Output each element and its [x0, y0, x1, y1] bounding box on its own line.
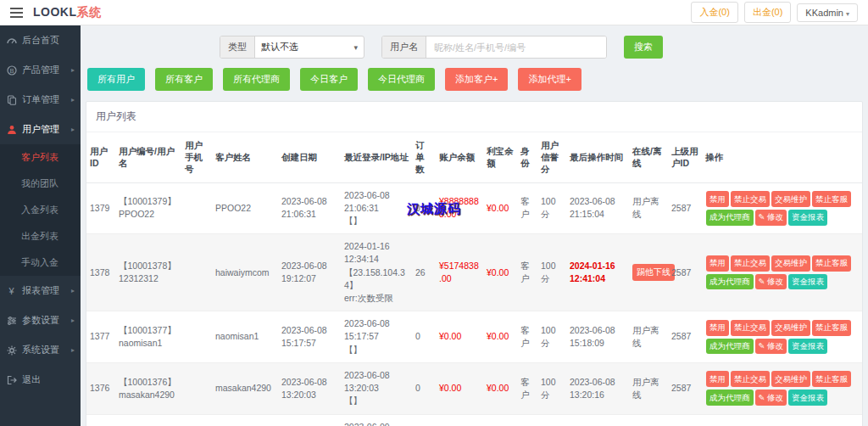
search-button[interactable]: 搜索 [624, 36, 663, 59]
make-agent-button[interactable]: 成为代理商 [706, 274, 754, 290]
forbid-trade-button[interactable]: 禁止交易 [731, 255, 770, 272]
make-agent-button[interactable]: 成为代理商 [706, 210, 754, 226]
sidebar-item-dashboard[interactable]: 后台首页 [0, 25, 81, 55]
cell-phone [181, 414, 212, 426]
cell-code-username: 【10001379】PPOO22 [115, 182, 181, 234]
balance-amount: ¥0.00 [439, 331, 461, 341]
menu-toggle-icon[interactable] [10, 8, 23, 18]
cell-identity: 客户 [517, 414, 537, 426]
sidebar-item-deposit-list[interactable]: 入金列表 [0, 197, 81, 223]
user-name: 12312312 [119, 272, 178, 285]
type-select[interactable]: 默认不选 ▾ [255, 36, 364, 58]
user-code: 【10001378】 [119, 260, 178, 272]
cell-balance: ¥5174838.00 [436, 234, 483, 311]
funds-report-button[interactable]: 资金报表 [788, 274, 827, 290]
disable-button[interactable]: 禁用 [706, 371, 729, 387]
deposit-button[interactable]: 入金(0) [691, 2, 737, 23]
cell-created-date: 2023-06-08 15:17:57 [278, 311, 341, 363]
sidebar-item-orders[interactable]: 订单管理 ▸ [0, 85, 81, 115]
today-agents-button[interactable]: 今日代理商 [368, 68, 435, 91]
disable-button[interactable]: 禁用 [706, 191, 729, 207]
column-header: 上级用户ID [668, 132, 702, 182]
cell-customer-name: Flcty [212, 414, 278, 426]
cell-customer-name: PPOO22 [212, 182, 278, 234]
balance-amount: ¥88888888.00 [439, 196, 479, 219]
cell-parent-id: 2587 [668, 234, 702, 311]
funds-report-button[interactable]: 资金报表 [788, 210, 827, 226]
cell-credit-score: 100分 [537, 311, 566, 363]
table-header-row: 用户ID用户编号/用户名用户手机号客户姓名创建日期最近登录/IP地址订单数账户余… [86, 132, 862, 182]
cell-online-status: 踢他下线 [629, 234, 668, 311]
make-agent-button[interactable]: 成为代理商 [706, 390, 754, 406]
today-customers-button[interactable]: 今日客户 [300, 68, 358, 91]
edit-button[interactable]: ✎ 修改 [755, 274, 787, 290]
cell-created-date: 2023-06-08 13:17:36 [278, 414, 341, 426]
submenu-arrow-icon: ▸ [71, 126, 75, 133]
login-time: 2024-01-16 12:34:14 [344, 240, 409, 266]
cell-phone [181, 311, 212, 363]
cell-balance: ¥88888888.00 [436, 182, 483, 234]
sidebar-item-my-team[interactable]: 我的团队 [0, 171, 81, 197]
sidebar-item-reports[interactable]: ¥ 报表管理 ▸ [0, 276, 81, 305]
action-label: 成为代理商 [709, 393, 750, 402]
submenu-arrow-icon: ▸ [71, 317, 75, 324]
sidebar-item-withdraw-list[interactable]: 出金列表 [0, 223, 81, 249]
make-agent-button[interactable]: 成为代理商 [706, 339, 754, 355]
action-label: 资金报表 [792, 341, 824, 350]
cell-phone [181, 362, 212, 414]
all-agents-button[interactable]: 所有代理商 [223, 68, 290, 91]
admin-dropdown[interactable]: KKadmin▾ [797, 3, 858, 22]
edit-button[interactable]: ✎ 修改 [755, 390, 787, 406]
sliders-icon [6, 315, 17, 326]
sidebar-item-customer-list[interactable]: 客户列表 [0, 144, 81, 171]
forbid-trade-button[interactable]: 禁止交易 [731, 320, 770, 336]
all-users-button[interactable]: 所有用户 [87, 68, 145, 91]
type-label: 类型 [220, 36, 255, 58]
sidebar-item-manual-deposit[interactable]: 手动入金 [0, 249, 81, 276]
column-header: 用户信誉分 [537, 132, 566, 182]
cell-actions: 禁用禁止交易交易维护禁止客服成为代理商✎ 修改资金报表 [702, 362, 862, 414]
forbid-trade-button[interactable]: 禁止交易 [731, 191, 770, 207]
trade-maintenance-button[interactable]: 交易维护 [771, 191, 810, 207]
sidebar-item-logout[interactable]: 退出 [0, 365, 81, 395]
withdraw-button[interactable]: 出金(0) [744, 2, 791, 23]
cell-user-id: 1377 [86, 311, 115, 363]
forbid-service-button[interactable]: 禁止客服 [812, 371, 851, 387]
cell-identity: 客户 [517, 234, 537, 311]
cell-phone [181, 234, 212, 311]
disable-button[interactable]: 禁用 [706, 255, 729, 272]
forbid-service-button[interactable]: 禁止客服 [812, 320, 851, 336]
add-customer-button[interactable]: 添加客户+ [445, 68, 508, 91]
edit-button[interactable]: ✎ 修改 [755, 339, 787, 355]
trade-maintenance-button[interactable]: 交易维护 [771, 371, 810, 387]
edit-button[interactable]: ✎ 修改 [755, 210, 787, 226]
sidebar-item-products[interactable]: B 产品管理 ▸ [0, 55, 81, 85]
cell-online-status: 用户离线 [629, 182, 668, 234]
add-agent-button[interactable]: 添加代理+ [518, 68, 581, 91]
username-input[interactable] [426, 36, 606, 58]
cell-user-id: 1376 [86, 362, 115, 414]
sidebar-item-system-settings[interactable]: 系统设置 ▸ [0, 335, 81, 365]
dashboard-icon [6, 35, 17, 46]
funds-report-button[interactable]: 资金报表 [788, 339, 827, 355]
sidebar-item-users[interactable]: 用户管理 ▸ [0, 115, 81, 144]
cell-order-count: 26 [412, 234, 436, 311]
online-status: 用户离线 [632, 196, 659, 219]
svg-text:B: B [9, 66, 14, 74]
cell-parent-id: 2587 [668, 414, 702, 426]
trade-maintenance-button[interactable]: 交易维护 [771, 255, 810, 272]
order-icon [6, 94, 17, 105]
kick-offline-button[interactable]: 踢他下线 [632, 264, 675, 282]
action-label: 禁用 [709, 258, 726, 267]
funds-report-button[interactable]: 资金报表 [788, 390, 827, 406]
column-header: 账户余额 [436, 132, 483, 182]
trade-maintenance-button[interactable]: 交易维护 [771, 320, 810, 336]
forbid-trade-button[interactable]: 禁止交易 [731, 371, 770, 387]
disable-button[interactable]: 禁用 [706, 320, 729, 336]
sidebar-item-parameters[interactable]: 参数设置 ▸ [0, 305, 81, 335]
all-customers-button[interactable]: 所有客户 [155, 68, 213, 91]
user-list-panel: 用户列表 用户ID用户编号/用户名用户手机号客户姓名创建日期最近登录/IP地址订… [86, 101, 863, 426]
cell-balance: ¥0.00 [436, 311, 483, 363]
forbid-service-button[interactable]: 禁止客服 [812, 191, 851, 207]
forbid-service-button[interactable]: 禁止客服 [812, 255, 851, 272]
